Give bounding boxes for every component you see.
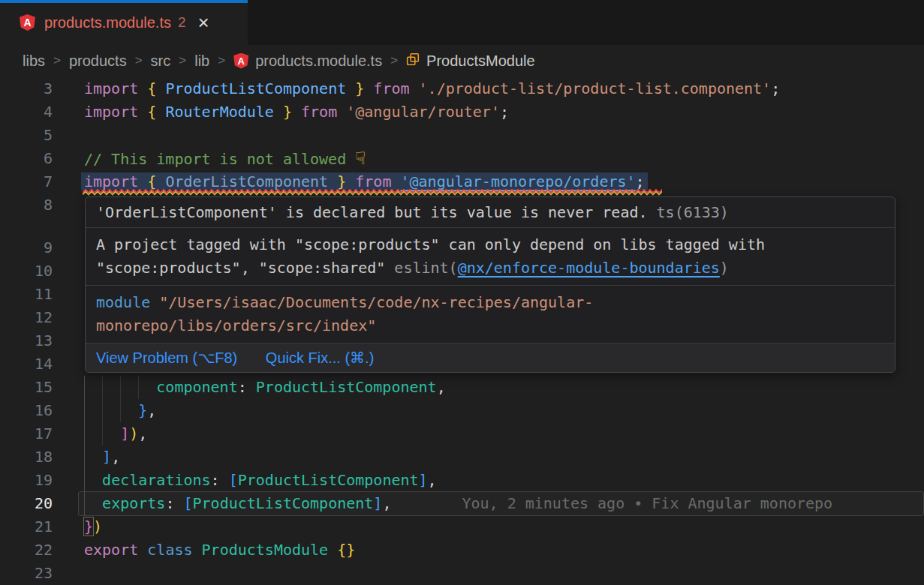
- code-token: ,: [382, 494, 391, 512]
- line-text: export class ProductsModule {}: [84, 538, 355, 562]
- code-token: ProductsModule: [202, 541, 329, 559]
- code-token: declarations: [102, 471, 211, 489]
- code-token: [: [183, 494, 192, 512]
- tab-title: products.module.ts: [44, 14, 171, 32]
- chevron-right-icon: >: [53, 53, 61, 68]
- code-line-3[interactable]: 3import { ProductListComponent } from '.…: [0, 77, 924, 100]
- quick-fix-button[interactable]: Quick Fix... (⌘.): [266, 350, 374, 366]
- hover-eslint-error: A project tagged with "scope:products" c…: [86, 228, 895, 286]
- code-line-16[interactable]: 16 },: [0, 399, 924, 422]
- hover-action-bar: View Problem (⌥F8) Quick Fix... (⌘.): [86, 344, 895, 372]
- line-number-13[interactable]: 13: [0, 329, 53, 352]
- code-token: export: [84, 541, 147, 559]
- hover-rule-text: "scope:products", "scope:shared": [96, 259, 394, 277]
- code-token: from: [364, 80, 418, 98]
- vscode-window: A products.module.ts 2 × libs > products…: [0, 0, 924, 585]
- line-number-9[interactable]: 9: [0, 236, 53, 260]
- line-number-6[interactable]: 6: [0, 147, 53, 170]
- line-number-4[interactable]: 4: [0, 100, 53, 124]
- line-number-16[interactable]: 16: [0, 399, 53, 422]
- code-token: ProductListComponent: [165, 80, 346, 98]
- code-token: ;: [636, 172, 645, 190]
- eslint-rule-link[interactable]: @nx/enforce-module-boundaries: [458, 259, 720, 277]
- line-number-7[interactable]: 7: [0, 170, 53, 194]
- hover-rule-source: eslint(: [394, 259, 457, 277]
- angular-icon: A: [20, 14, 35, 31]
- active-tab-indicator: [0, 0, 248, 3]
- module-path-line1: module "/Users/isaac/Documents/code/nx-r…: [96, 291, 884, 314]
- line-number-21[interactable]: 21: [0, 515, 53, 538]
- module-path-continued: monorepo/libs/orders/src/index": [96, 316, 376, 334]
- tab-problem-count: 2: [178, 14, 186, 31]
- code-token: ,: [111, 448, 120, 466]
- breadcrumb-libs[interactable]: libs: [23, 52, 45, 70]
- code-line-19[interactable]: 19 declarations: [ProductListComponent],: [0, 469, 924, 492]
- code-token: import: [84, 103, 147, 121]
- code-line-21[interactable]: 21}): [0, 515, 924, 538]
- code-token: [84, 424, 120, 442]
- chevron-right-icon: >: [218, 53, 225, 68]
- code-line-18[interactable]: 18 ],: [0, 446, 924, 469]
- code-line-7[interactable]: 7import { OrderListComponent } from '@an…: [0, 170, 924, 194]
- code-token: ;: [771, 80, 780, 98]
- line-text: exports: [ProductListComponent],You, 2 m…: [84, 492, 832, 515]
- code-line-23[interactable]: 23: [0, 562, 924, 585]
- close-icon[interactable]: ×: [198, 15, 209, 30]
- line-number-3[interactable]: 3: [0, 77, 53, 100]
- line-number-17[interactable]: 17: [0, 422, 53, 446]
- line-text: component: ProductListComponent,: [84, 376, 446, 399]
- line-number-20[interactable]: 20: [0, 492, 53, 515]
- code-line-5[interactable]: 5: [0, 124, 924, 147]
- module-link[interactable]: '@angular-monorepo/orders': [400, 172, 635, 190]
- line-number-11[interactable]: 11: [0, 283, 53, 306]
- code-token: import: [84, 80, 147, 98]
- line-number-23[interactable]: 23: [0, 562, 53, 585]
- line-number-14[interactable]: 14: [0, 352, 53, 376]
- line-number-10[interactable]: 10: [0, 260, 53, 283]
- code-token: [84, 448, 102, 466]
- code-token: }: [138, 401, 147, 419]
- code-token: from: [292, 103, 346, 121]
- code-token: }: [346, 80, 364, 98]
- code-line-15[interactable]: 15 component: ProductListComponent,: [0, 376, 924, 399]
- line-number-8[interactable]: 8: [0, 194, 53, 217]
- module-path: "/Users/isaac/Documents/code/nx-recipes/…: [150, 293, 593, 311]
- line-number-22[interactable]: 22: [0, 538, 53, 562]
- breadcrumb: libs > products > src > lib > A products…: [0, 45, 924, 76]
- code-line-20[interactable]: 20 exports: [ProductListComponent],You, …: [0, 492, 924, 515]
- breadcrumb-lib[interactable]: lib: [194, 52, 209, 70]
- line-text: import { RouterModule } from '@angular/r…: [84, 100, 509, 124]
- code-token: ,: [138, 424, 147, 442]
- view-problem-button[interactable]: View Problem (⌥F8): [96, 350, 237, 366]
- code-token: [84, 401, 138, 419]
- code-line-6[interactable]: 6// This import is not allowed ☟: [0, 147, 924, 170]
- breadcrumb-file[interactable]: products.module.ts: [255, 52, 382, 70]
- line-number-19[interactable]: 19: [0, 469, 53, 492]
- code-token: [84, 378, 156, 396]
- hover-rule-line2: "scope:products", "scope:shared" eslint(…: [96, 256, 884, 280]
- code-token: class: [147, 541, 201, 559]
- highlighted-range: import { OrderListComponent } from '@ang…: [84, 172, 645, 190]
- breadcrumb-src[interactable]: src: [151, 52, 171, 70]
- code-token: from: [346, 172, 400, 190]
- code-token: ProductListComponent: [256, 378, 437, 396]
- tab-products-module[interactable]: A products.module.ts 2 ×: [0, 0, 248, 45]
- code-line-4[interactable]: 4import { RouterModule } from '@angular/…: [0, 100, 924, 124]
- code-line-22[interactable]: 22export class ProductsModule {}: [0, 538, 924, 562]
- line-number-5[interactable]: 5: [0, 124, 53, 147]
- breadcrumb-products[interactable]: products: [69, 52, 127, 70]
- code-token: component: [156, 378, 237, 396]
- code-line-17[interactable]: 17 ]),: [0, 422, 924, 446]
- line-text: ]),: [84, 422, 147, 446]
- chevron-right-icon: >: [179, 53, 186, 68]
- code-token: {: [147, 172, 165, 190]
- breadcrumb-symbol[interactable]: ProductsModule: [426, 52, 535, 70]
- code-token: ProductListComponent: [193, 494, 374, 512]
- code-token: OrderListComponent: [165, 172, 328, 190]
- code-token: }: [84, 518, 93, 536]
- line-text: },: [84, 399, 156, 422]
- line-number-12[interactable]: 12: [0, 306, 53, 329]
- code-token: ,: [428, 471, 437, 489]
- line-number-18[interactable]: 18: [0, 446, 53, 469]
- line-number-15[interactable]: 15: [0, 376, 53, 399]
